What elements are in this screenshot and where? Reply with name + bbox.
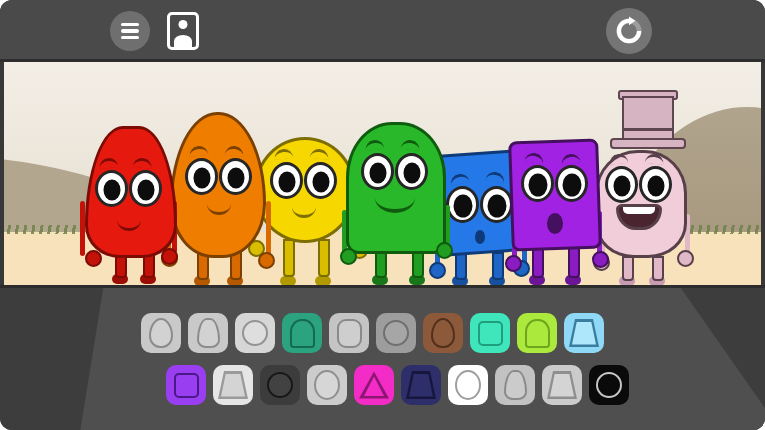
palette-swatch-teardrop[interactable] [188, 313, 228, 353]
swatch-shape-circle [267, 372, 293, 398]
swatch-shape-oval [455, 370, 481, 400]
character-red-teardrop[interactable] [55, 126, 195, 285]
palette-swatch-circle[interactable] [260, 365, 300, 405]
swatch-shape-square [478, 321, 503, 346]
swatch-shape-teardrop [197, 318, 220, 348]
palette-swatch-oval[interactable] [307, 365, 347, 405]
right-hand [436, 242, 453, 259]
right-eye [395, 153, 428, 190]
palette-swatch-square[interactable] [166, 365, 206, 405]
pupil [613, 175, 630, 196]
left-leg [532, 247, 544, 278]
right-leg [568, 247, 580, 278]
right-eye [129, 170, 162, 207]
right-hand [592, 251, 609, 268]
left-eye [361, 153, 394, 190]
swatch-shape-circle [596, 372, 622, 398]
right-eye [639, 166, 672, 203]
left-eye [95, 170, 128, 207]
character-purple-square[interactable] [502, 137, 614, 285]
palette-swatch-egg[interactable] [423, 313, 463, 353]
swatch-shape-triangle [359, 372, 389, 399]
swatch-shape-trapezoid [547, 371, 577, 399]
left-hand [340, 248, 357, 265]
reset-arrow-icon [613, 15, 645, 47]
palette-swatch-oval[interactable] [448, 365, 488, 405]
body-shape [508, 138, 602, 251]
top-hat-brim [610, 138, 686, 149]
palette-row-2 [166, 365, 629, 405]
palette-swatch-circle[interactable] [589, 365, 629, 405]
top-hat-cylinder [622, 96, 674, 140]
toolbar [0, 0, 765, 62]
left-leg [622, 256, 634, 281]
character-green-roundtop[interactable] [340, 120, 465, 285]
palette-tray [0, 288, 765, 430]
right-foot [315, 276, 331, 285]
menu-button[interactable] [110, 11, 150, 51]
teeth [623, 207, 655, 214]
right-arm [266, 201, 271, 258]
palette-swatch-trapezoid[interactable] [542, 365, 582, 405]
right-leg [412, 252, 424, 278]
palette-swatch-roundtop[interactable] [517, 313, 557, 353]
left-hand [505, 255, 522, 272]
characters-button[interactable] [162, 10, 204, 52]
palette-panel [0, 285, 765, 430]
reset-button[interactable] [606, 8, 652, 54]
palette-swatch-teardrop[interactable] [495, 365, 535, 405]
right-hand [161, 248, 178, 265]
right-eye [304, 162, 337, 199]
pupil [312, 171, 329, 192]
swatch-shape-circle [242, 320, 268, 346]
palette-swatch-trapezoid[interactable] [564, 313, 604, 353]
palette-swatch-circle[interactable] [235, 313, 275, 353]
mouth [475, 230, 485, 244]
left-leg [375, 252, 387, 278]
pupil [528, 173, 547, 196]
scene [0, 62, 765, 285]
hamburger-icon [121, 23, 139, 27]
swatch-shape-teardrop [504, 370, 527, 400]
right-eye [219, 158, 252, 195]
swatch-shape-egg [431, 318, 455, 348]
pupil [193, 167, 210, 188]
top-hat-band [624, 128, 672, 131]
swatch-shape-roundrect [337, 319, 362, 348]
palette-swatch-trapezoid[interactable] [401, 365, 441, 405]
pupil [103, 179, 120, 200]
swatch-shape-roundtop [290, 319, 315, 348]
palette-swatch-circle[interactable] [376, 313, 416, 353]
palette-swatch-triangle[interactable] [354, 365, 394, 405]
palette-swatch-egg[interactable] [141, 313, 181, 353]
swatch-shape-egg [149, 318, 173, 348]
pupil [647, 175, 664, 196]
pupil [227, 167, 244, 188]
swatch-shape-trapezoid [406, 371, 436, 399]
portrait-icon [167, 12, 199, 50]
right-hand [677, 250, 694, 267]
swatch-shape-trapezoid [218, 371, 248, 399]
pupil [562, 173, 581, 196]
scene-left-edge [0, 62, 4, 285]
pupil [137, 179, 154, 200]
palette-swatch-roundtop[interactable] [282, 313, 322, 353]
swatch-shape-trapezoid [569, 319, 599, 347]
pupil [403, 162, 420, 183]
left-hand [85, 250, 102, 267]
app-window [0, 0, 765, 430]
right-hand [258, 252, 275, 269]
right-leg [318, 239, 330, 277]
swatch-shape-roundtop [525, 319, 550, 348]
palette-swatch-roundrect[interactable] [329, 313, 369, 353]
palette-row-1 [141, 313, 604, 353]
right-eye [555, 165, 588, 202]
mouth [547, 213, 563, 234]
swatch-shape-square [174, 373, 199, 398]
pupil [369, 162, 386, 183]
left-eye [521, 165, 554, 202]
palette-swatch-trapezoid[interactable] [213, 365, 253, 405]
swatch-shape-oval [314, 370, 340, 400]
scene-right-edge [761, 62, 765, 285]
palette-swatch-square[interactable] [470, 313, 510, 353]
